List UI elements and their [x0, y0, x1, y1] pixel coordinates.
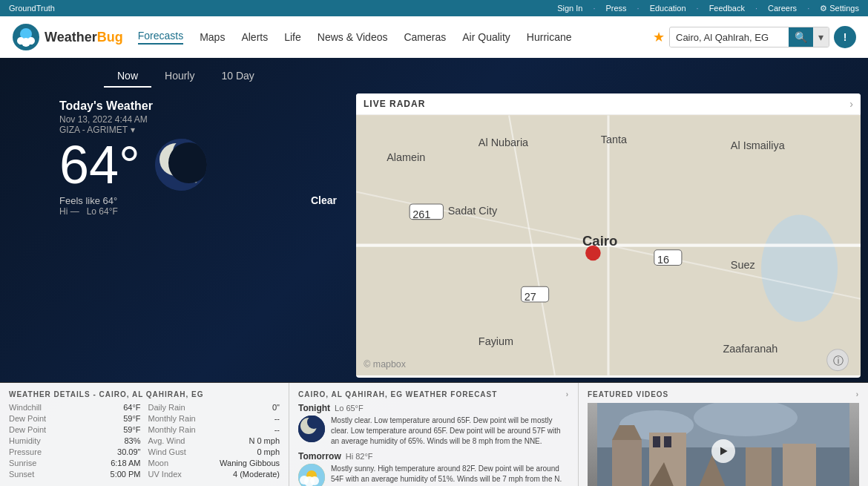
svg-rect-55 [664, 436, 671, 447]
temperature-row: 64° [59, 138, 337, 191]
svg-text:Tanta: Tanta [601, 134, 628, 145]
tab-now[interactable]: Now [104, 65, 151, 88]
temperature-value: 64° [59, 138, 140, 191]
svg-rect-6 [19, 40, 33, 45]
svg-point-8 [160, 143, 192, 176]
education-link[interactable]: Education [650, 4, 686, 13]
today-title: Today's Weather [59, 99, 337, 113]
navbar: WeatherBug Forecasts Maps Alerts Life Ne… [0, 16, 868, 58]
nav-hurricane[interactable]: Hurricane [527, 31, 572, 43]
feels-like: Feels like 64° [59, 195, 117, 206]
nav-alerts[interactable]: Alerts [241, 31, 268, 43]
svg-text:Cairo: Cairo [582, 233, 617, 249]
nav-links: Forecasts Maps Alerts Life News & Videos… [138, 30, 653, 45]
tomorrow-icon [298, 464, 325, 486]
logo[interactable]: WeatherBug [12, 23, 123, 51]
svg-point-9 [173, 139, 200, 165]
detail-sunrise: Sunrise 6:18 AM [9, 459, 141, 467]
content-area: Now Hourly 10 Day Today's Weather Nov 13… [0, 58, 868, 486]
detail-humidity: Humidity 83% [9, 436, 141, 445]
topbar: GroundTruth Sign In · Press · Education … [0, 0, 868, 16]
feels-row: Feels like 64° Clear [59, 194, 337, 206]
svg-point-12 [194, 181, 197, 183]
left-panel: Today's Weather Nov 13, 2022 4:44 AM GIZ… [7, 93, 349, 378]
forecast-expand-icon[interactable]: › [566, 390, 569, 398]
nav-airquality[interactable]: Air Quality [462, 31, 510, 43]
svg-rect-54 [653, 436, 660, 447]
search-input[interactable] [670, 28, 789, 47]
detail-pressure: Pressure 30.09" [9, 447, 141, 456]
svg-text:Al Ismailiya: Al Ismailiya [731, 139, 786, 151]
settings-link[interactable]: ⚙ Settings [820, 4, 859, 13]
nav-maps[interactable]: Maps [200, 31, 225, 43]
featured-videos-expand[interactable]: › [856, 390, 859, 398]
tab-10day[interactable]: 10 Day [208, 65, 267, 88]
detail-monthlyrain: Monthly Rain -- [148, 414, 280, 423]
svg-rect-59 [783, 444, 816, 486]
detail-windchill: Windchill 64°F [9, 403, 141, 412]
topbar-links: Sign In · Press · Education · Feedback ·… [557, 4, 859, 13]
alert-button[interactable]: ! [834, 26, 856, 48]
feedback-link[interactable]: Feedback [709, 4, 745, 13]
weather-tabs: Now Hourly 10 Day [104, 65, 868, 88]
svg-text:Sadat City: Sadat City [448, 205, 498, 217]
forecast-title: CAIRO, AL QAHIRAH, EG WEATHER FORECAST › [298, 390, 569, 398]
svg-text:27: 27 [525, 291, 536, 303]
svg-rect-58 [746, 447, 772, 486]
svg-text:Fayium: Fayium [479, 335, 513, 347]
detail-uvindex: UV Index 4 (Moderate) [148, 470, 280, 479]
press-link[interactable]: Press [605, 4, 626, 13]
detail-avgwind: Avg. Wind N 0 mph [148, 436, 280, 445]
forecast-tomorrow: Tomorrow Hi 82°F [298, 451, 569, 486]
svg-point-10 [190, 175, 194, 180]
logo-text: WeatherBug [45, 30, 123, 44]
today-weather: Today's Weather Nov 13, 2022 4:44 AM GIZ… [7, 93, 349, 221]
svg-point-46 [310, 476, 319, 485]
tab-hourly[interactable]: Hourly [151, 65, 208, 88]
hi-lo: Hi — Lo 64°F [59, 206, 337, 217]
svg-text:Alamein: Alamein [387, 151, 425, 163]
nav-forecasts[interactable]: Forecasts [138, 30, 183, 45]
brand-label: GroundTruth [9, 4, 55, 13]
detail-sunset: Sunset 5:00 PM [9, 470, 141, 479]
map-header: LIVE RADAR › [356, 93, 861, 115]
map-svg: Alamein Al Nubaria Tanta Al Ismailiya Sa… [356, 115, 861, 375]
signin-link[interactable]: Sign In [557, 4, 582, 13]
detail-dewpoint2: Dew Point 59°F [9, 425, 141, 434]
svg-text:Zaafaranah: Zaafaranah [723, 343, 778, 355]
search-dropdown-button[interactable]: ▾ [813, 27, 829, 47]
svg-text:261: 261 [412, 208, 430, 220]
careers-link[interactable]: Careers [768, 4, 797, 13]
favorite-icon[interactable]: ★ [653, 29, 665, 45]
today-date: Nov 13, 2022 4:44 AM [59, 114, 337, 125]
map-container[interactable]: Alamein Al Nubaria Tanta Al Ismailiya Sa… [356, 115, 861, 375]
weather-section: Today's Weather Nov 13, 2022 4:44 AM GIZ… [0, 93, 868, 378]
logo-icon [12, 23, 40, 51]
svg-point-11 [197, 170, 200, 173]
nav-cameras[interactable]: Cameras [404, 31, 446, 43]
detail-windgust: Wind Gust 0 mph [148, 447, 280, 456]
right-column: FEATURED VIDEOS › [579, 383, 868, 486]
today-location[interactable]: GIZA - AGRIMET ▾ [59, 125, 337, 135]
svg-text:Al Nubaria: Al Nubaria [479, 137, 529, 148]
live-radar-panel: LIVE RADAR › [356, 93, 861, 378]
video-thumbnail[interactable] [588, 403, 859, 486]
search-area: ★ 🔍 ▾ ! [653, 26, 856, 48]
search-button[interactable]: 🔍 [789, 27, 813, 47]
featured-videos-card: FEATURED VIDEOS › [579, 383, 868, 486]
forecast-tonight: Tonight Lo 65°F Mostly cl [298, 403, 569, 447]
condition: Clear [311, 194, 337, 206]
detail-moon: Moon Waning Gibbous [148, 459, 280, 467]
map-expand-icon[interactable]: › [849, 98, 853, 110]
weather-details-card: WEATHER DETAILS - CAIRO, AL QAHIRAH, EG … [0, 383, 289, 486]
main-content: Now Hourly 10 Day Today's Weather Nov 13… [0, 58, 868, 486]
detail-dailyrain: Daily Rain 0" [148, 403, 280, 412]
svg-text:ⓘ: ⓘ [833, 355, 844, 367]
nav-life[interactable]: Life [284, 31, 301, 43]
detail-dewpoint1: Dew Point 59°F [9, 414, 141, 423]
center-column: CAIRO, AL QAHIRAH, EG WEATHER FORECAST ›… [289, 383, 579, 486]
nav-news[interactable]: News & Videos [318, 31, 388, 43]
weather-details-grid: Windchill 64°F Daily Rain 0" Dew Point 5… [9, 403, 280, 479]
svg-text:Suez: Suez [731, 259, 755, 271]
forecast-card: CAIRO, AL QAHIRAH, EG WEATHER FORECAST ›… [289, 383, 578, 486]
